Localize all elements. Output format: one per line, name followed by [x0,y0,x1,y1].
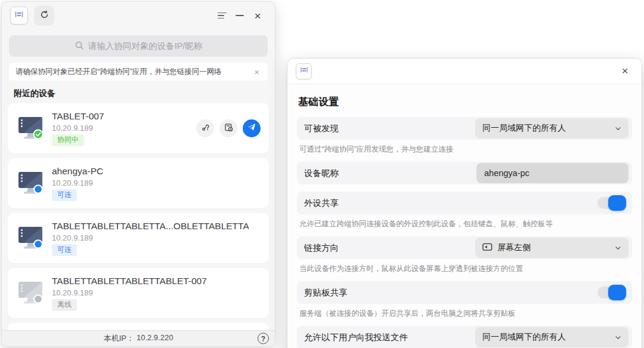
settings-section-title: 基础设置 [298,95,631,109]
clipboard-share-caption: 服务端（被连接的设备）开启共享后，两台电脑之间将共享剪贴板 [299,309,630,319]
disconnect-button[interactable] [196,119,214,137]
status-badge-collaborating: 协同中 [52,134,84,146]
status-badge-connectable: 可连 [52,244,77,256]
settings-window: × 基础设置 可被发现 同一局域网下的所有人 可通过“跨端协同”应用发现您，并与… [287,58,642,348]
device-name: TABLETTABLETTABLETTA...OBLETTABLETTABLET… [52,221,249,232]
minimize-icon [236,15,244,16]
menu-icon [218,13,227,19]
row-discoverable: 可被发现 同一局域网下的所有人 [297,117,632,140]
status-badge-offline: 离线 [52,299,77,311]
clipboard-share-label: 剪贴板共享 [304,287,348,298]
app-logo [10,7,28,24]
local-ip: 本机IP： 10.2.9.220 [104,333,174,344]
row-nickname: 设备昵称 [297,162,632,184]
peripheral-share-caption: 允许已建立跨端协同连接设备的外设控制此设备，包括键盘、鼠标、触控板等 [299,219,630,229]
device-info: TABLETTABLETTABLETTABLET-007 10.20.9.189… [52,276,207,311]
device-info: TABLETTABLETTABLETTA...OBLETTABLETTABLET… [52,221,249,256]
minimize-button[interactable] [231,7,249,24]
send-file-button[interactable] [243,119,261,137]
left-titlebar: × [2,2,275,29]
device-info: ahengya-PC 10.20.9.189 可连 [52,166,103,201]
computer-icon [16,224,45,252]
nickname-input[interactable] [476,163,628,183]
device-card-tablet-long-name[interactable]: TABLETTABLETTABLETTA...OBLETTABLETTABLET… [8,213,269,263]
notice-close-icon[interactable]: × [252,66,261,78]
device-card-tablet-007[interactable]: TABLET-007 10.20.9.189 协同中 [8,103,269,153]
settings-close-button[interactable]: × [617,63,633,79]
status-badge-connectable: 可连 [52,189,77,201]
refresh-button[interactable] [34,5,54,26]
settings-content: 基础设置 可被发现 同一局域网下的所有人 可通过“跨端协同”应用发现您，并与您建… [287,84,642,348]
device-list: TABLET-007 10.20.9.189 协同中 [2,103,275,330]
device-info: TABLET-007 10.20.9.189 协同中 [52,111,104,146]
computer-icon [16,115,45,142]
discoverable-label: 可被发现 [304,123,339,134]
device-card-tablet-offline[interactable]: TABLETTABLETTABLETTABLET-007 10.20.9.189… [8,268,269,318]
statusbar: 本机IP： 10.2.9.220 ? [2,330,275,346]
link-direction-label: 链接方向 [304,242,339,254]
device-ip: 10.20.9.189 [52,233,249,242]
nearby-devices-heading: 附近的设备 [2,81,275,103]
discoverable-dropdown[interactable]: 同一局域网下的所有人 [475,118,628,138]
local-ip-label: 本机IP： [104,333,134,344]
file-drop-label: 允许以下用户向我投送文件 [304,332,408,343]
device-card-clipped[interactable]: TABLETTABLETTABLETTABLET-007 [8,323,269,330]
search-placeholder: 请输入协同对象的设备IP/昵称 [88,41,203,52]
peripheral-share-label: 外设共享 [304,198,339,209]
send-file-icon [247,122,256,134]
disconnect-icon [200,122,210,135]
refresh-icon [39,10,49,22]
cross-device-arrows-icon [14,9,24,22]
chevron-down-icon [615,334,621,341]
device-ip: 10.20.9.189 [52,288,207,297]
dropdown-value: 屏幕左侧 [497,242,531,253]
close-icon: × [621,64,628,78]
close-button[interactable]: × [249,7,267,24]
app-logo [296,63,312,79]
toggle-knob [608,285,626,300]
device-list-window: × 请输入协同对象的设备IP/昵称 请确保协同对象已经开启“跨端协同”应用，并与… [1,1,275,347]
dropdown-value: 同一局域网下的所有人 [482,332,566,343]
nickname-label: 设备昵称 [304,168,339,179]
clipboard-share-toggle[interactable] [597,285,626,300]
computer-icon [16,170,45,197]
settings-titlebar: × [287,58,642,84]
row-clipboard-share: 剪贴板共享 [297,281,632,304]
notice-text: 请确保协同对象已经开启“跨端协同”应用，并与您链接同一网络 [16,67,222,77]
device-ip: 10.20.9.189 [52,178,103,187]
help-icon: ? [261,334,265,343]
chevron-down-icon [615,245,621,251]
row-peripheral-share: 外设共享 [297,192,632,214]
help-button[interactable]: ? [258,333,269,344]
search-icon [75,41,84,52]
transfer-history-icon [224,122,234,135]
link-direction-caption: 当此设备作为连接方时，鼠标从此设备屏幕上穿透到被连接方的位置 [299,264,630,274]
chevron-down-icon [615,125,621,132]
window-menu-button[interactable] [213,7,231,24]
cross-device-arrows-icon [299,65,309,77]
device-ip: 10.20.9.189 [52,124,104,133]
device-actions [196,119,261,137]
link-direction-dropdown[interactable]: 屏幕左侧 [475,238,628,258]
discoverable-caption: 可通过“跨端协同”应用发现您，并与您建立连接 [299,144,630,155]
device-name: TABLETTABLETTABLETTABLET-007 [52,276,207,287]
device-name: ahengya-PC [52,166,103,177]
device-card-ahengya-pc[interactable]: ahengya-PC 10.20.9.189 可连 [8,158,269,208]
row-file-drop: 允许以下用户向我投送文件 同一局域网下的所有人 [297,326,632,348]
close-icon: × [254,10,261,21]
file-drop-dropdown[interactable]: 同一局域网下的所有人 [475,327,628,347]
transfer-history-button[interactable] [219,119,237,137]
computer-icon-offline [16,279,45,307]
peripheral-share-toggle[interactable] [597,195,626,211]
search-input[interactable]: 请输入协同对象的设备IP/昵称 [9,35,268,57]
local-ip-value: 10.2.9.220 [137,333,173,344]
device-name: TABLET-007 [52,111,104,122]
screen-left-icon [482,243,493,253]
notice-banner: 请确保协同对象已经开启“跨端协同”应用，并与您链接同一网络 × [9,63,268,81]
row-link-direction: 链接方向 屏幕左侧 [297,236,632,259]
toggle-knob [608,195,626,211]
dropdown-value: 同一局域网下的所有人 [482,123,566,134]
